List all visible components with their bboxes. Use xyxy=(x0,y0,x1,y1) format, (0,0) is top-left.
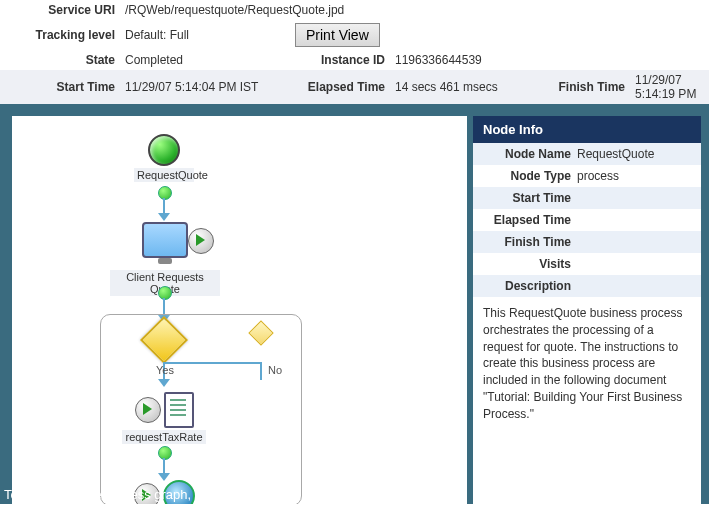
node-elapsed-value xyxy=(577,213,695,227)
receive-arrow-icon xyxy=(188,228,214,254)
service-uri-label: Service URI xyxy=(0,0,120,20)
info-row-start: Start Time xyxy=(473,187,701,209)
start-icon xyxy=(148,134,180,166)
finish-time-label: Finish Time xyxy=(540,70,630,104)
node-info-panel: Node Info Node Name RequestQuote Node Ty… xyxy=(473,116,701,504)
start-node-label: RequestQuote xyxy=(134,168,194,182)
graph-hint-bar: To pan within the process graph, alt+cli… xyxy=(0,485,709,504)
node-name-value: RequestQuote xyxy=(577,147,695,161)
info-row-elapsed: Elapsed Time xyxy=(473,209,701,231)
finish-time-value: 11/29/07 5:14:19 PM xyxy=(630,70,709,104)
print-view-button[interactable]: Print View xyxy=(295,23,380,47)
node-finish-value xyxy=(577,235,695,249)
start-time-value: 11/29/07 5:14:04 PM IST xyxy=(120,70,290,104)
header-table: Service URI /RQWeb/requestquote/RequestQ… xyxy=(0,0,709,104)
info-row-visits: Visits xyxy=(473,253,701,275)
process-graph-panel[interactable]: RequestQuote Client Requests Quote xyxy=(12,116,467,504)
start-time-label: Start Time xyxy=(0,70,120,104)
tracking-level-value: Default: Full xyxy=(120,20,290,50)
send-arrow-icon xyxy=(135,397,161,423)
monitor-icon xyxy=(142,222,188,258)
elapsed-time-value: 14 secs 461 msecs xyxy=(390,70,540,104)
node-type-value: process xyxy=(577,169,695,183)
service-uri-value: /RQWeb/requestquote/RequestQuote.jpd xyxy=(120,0,709,20)
yes-label: Yes xyxy=(156,364,174,376)
request-tax-rate-label: requestTaxRate xyxy=(122,430,206,444)
main-area: RequestQuote Client Requests Quote xyxy=(0,104,709,504)
node-start-value xyxy=(577,191,695,205)
info-row-desc: Description xyxy=(473,275,701,297)
request-tax-rate-node[interactable]: requestTaxRate xyxy=(122,392,206,444)
info-row-finish: Finish Time xyxy=(473,231,701,253)
info-row-type: Node Type process xyxy=(473,165,701,187)
state-value: Completed xyxy=(120,50,290,70)
tracking-level-label: Tracking level xyxy=(0,20,120,50)
state-label: State xyxy=(0,50,120,70)
connector-dot-icon xyxy=(158,286,172,300)
elapsed-time-label: Elapsed Time xyxy=(290,70,390,104)
document-icon xyxy=(164,392,194,428)
instance-id-label: Instance ID xyxy=(290,50,390,70)
instance-id-value: 1196336644539 xyxy=(390,50,709,70)
client-requests-node[interactable]: Client Requests Quote xyxy=(110,222,220,296)
connector-dot-icon xyxy=(158,186,172,200)
no-label: No xyxy=(268,364,282,376)
start-node[interactable]: RequestQuote xyxy=(134,134,194,182)
node-info-title: Node Info xyxy=(473,116,701,143)
node-description-text: This RequestQuote business process orche… xyxy=(473,297,701,504)
node-visits-value xyxy=(577,257,695,271)
connector-dot-icon xyxy=(158,446,172,460)
info-row-name: Node Name RequestQuote xyxy=(473,143,701,165)
